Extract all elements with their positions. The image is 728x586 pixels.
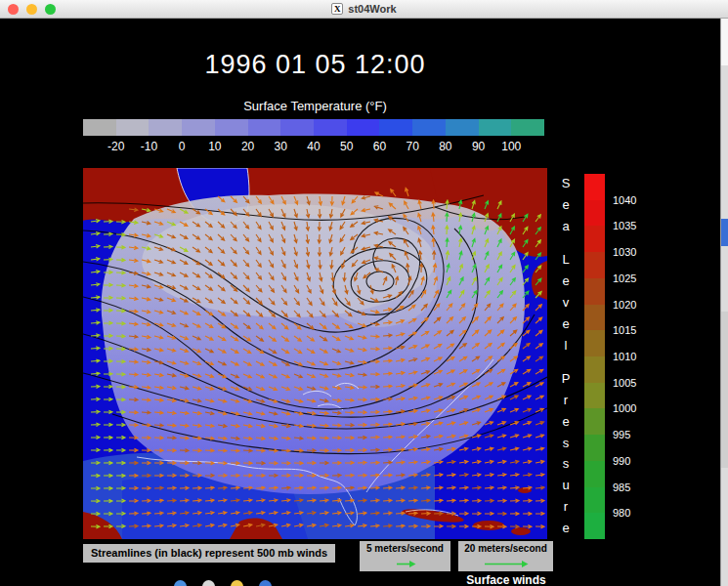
- slp-title-letter: v: [563, 295, 570, 310]
- wind-legend-5ms-label: 5 meters/second: [366, 543, 444, 554]
- window-title-text: st04Work: [348, 3, 396, 15]
- temp-legend-title: Surface Temperature (°F): [83, 99, 547, 113]
- app-content: 1996 01 05 12:00 Surface Temperature (°F…: [0, 19, 728, 586]
- slp-title-letter: S: [562, 176, 571, 190]
- pressure-tick-label: 985: [613, 481, 630, 493]
- pressure-tick-label: 1010: [613, 351, 636, 362]
- pressure-color-segment: [584, 383, 605, 409]
- temp-color-segment: [379, 119, 412, 136]
- temp-tick-label: 20: [241, 140, 254, 153]
- close-button[interactable]: [8, 4, 19, 15]
- temp-color-segment: [83, 119, 116, 136]
- slp-title-letter: e: [562, 414, 569, 429]
- temp-color-segment: [511, 119, 544, 136]
- window-title: X st04Work: [331, 3, 396, 15]
- pressure-color-segment: [584, 278, 605, 305]
- temp-tick-label: 80: [439, 140, 451, 153]
- pressure-color-segment: [584, 226, 605, 252]
- pressure-tick-label: 1000: [613, 402, 636, 414]
- temp-colorbar-labels: -20-100102030405060708090100: [83, 140, 544, 154]
- background-window-blue-block: [721, 219, 728, 246]
- pressure-tick-label: 1035: [613, 220, 636, 231]
- window-titlebar[interactable]: X st04Work: [0, 0, 728, 19]
- wind-arrow-5ms-icon: [386, 560, 425, 568]
- pressure-tick-label: 1040: [613, 194, 636, 206]
- temp-tick-label: 70: [406, 140, 418, 153]
- wind-legend-5ms: 5 meters/second: [360, 541, 450, 571]
- slp-title-letter: L: [562, 252, 569, 267]
- minimize-button[interactable]: [26, 4, 37, 15]
- pressure-tick-label: 1015: [613, 324, 636, 336]
- pressure-colorbar: [584, 174, 605, 539]
- dock-icons-peek: [174, 580, 272, 586]
- temp-color-segment: [248, 119, 281, 136]
- background-window-top: [721, 19, 728, 65]
- pressure-tick-label: 1005: [613, 377, 636, 389]
- pressure-tick-label: 990: [613, 455, 630, 467]
- temp-color-segment: [412, 119, 446, 136]
- pressure-tick-label: 1025: [613, 272, 636, 284]
- streamlines-caption: Streamlines (in black) represent 500 mb …: [83, 544, 335, 563]
- pressure-color-segment: [584, 435, 605, 461]
- dock-icon[interactable]: [259, 580, 272, 586]
- pressure-colorbar-labels: 1040103510301025102010151010100510009959…: [613, 174, 652, 539]
- screen: X st04Work 1996 01 05 12:00 Surface Temp…: [0, 0, 728, 586]
- temp-color-segment: [215, 119, 248, 136]
- background-window-mid-block: [721, 312, 728, 468]
- temp-color-segment: [479, 119, 512, 136]
- temp-color-segment: [446, 119, 479, 136]
- temp-tick-label: -20: [107, 140, 124, 153]
- pressure-color-segment: [584, 461, 605, 487]
- pressure-tick-label: 1030: [613, 246, 636, 258]
- temp-color-segment: [314, 119, 347, 136]
- temp-tick-label: 100: [501, 140, 521, 153]
- pressure-color-segment: [584, 252, 605, 278]
- temp-tick-label: -10: [141, 140, 157, 153]
- wind-legend-20ms-label: 20 meters/second: [464, 543, 547, 554]
- dock-icon[interactable]: [174, 580, 187, 586]
- pressure-color-segment: [584, 174, 605, 200]
- pressure-color-segment: [584, 408, 605, 435]
- temp-tick-label: 30: [275, 140, 287, 153]
- slp-title-letter: e: [562, 197, 569, 212]
- temp-tick-label: 50: [340, 140, 353, 153]
- map-svg: [83, 168, 547, 539]
- slp-title-letter: P: [562, 371, 571, 386]
- wind-legend-20ms: 20 meters/second: [458, 541, 553, 571]
- x11-icon: X: [331, 3, 343, 15]
- slp-title-letter: e: [562, 521, 569, 535]
- traffic-lights: [8, 4, 56, 15]
- slp-title-letter: a: [562, 219, 569, 233]
- pressure-color-segment: [584, 305, 605, 331]
- slp-title-vertical: SeaLevelPressure: [557, 176, 575, 535]
- slp-title-letter: e: [562, 316, 569, 331]
- dock-icon[interactable]: [231, 580, 243, 586]
- temp-tick-label: 90: [472, 140, 485, 153]
- slp-title-letter: u: [562, 478, 569, 492]
- slp-title-letter: r: [564, 393, 568, 407]
- slp-title-letter: r: [564, 499, 568, 514]
- slp-title-letter: e: [562, 273, 569, 288]
- temp-color-segment: [149, 119, 182, 136]
- zoom-button[interactable]: [45, 4, 56, 15]
- temp-color-segment: [347, 119, 380, 136]
- pressure-tick-label: 1020: [613, 299, 636, 311]
- dock-icon[interactable]: [202, 580, 215, 586]
- pressure-tick-label: 980: [613, 507, 630, 519]
- datetime-title: 1996 01 05 12:00: [83, 50, 547, 80]
- temp-color-segment: [116, 119, 150, 136]
- slp-title-letter: l: [565, 338, 568, 353]
- slp-title-letter: s: [563, 436, 570, 450]
- surface-winds-label: Surface winds: [433, 573, 579, 586]
- background-window-sliver[interactable]: [720, 19, 728, 586]
- pressure-color-segment: [584, 487, 605, 514]
- temp-tick-label: 60: [373, 140, 386, 153]
- slp-title-letter: s: [563, 456, 570, 471]
- wind-arrow-20ms-icon: [481, 560, 532, 568]
- pressure-color-segment: [584, 200, 605, 227]
- temp-color-segment: [280, 119, 314, 136]
- pressure-color-segment: [584, 330, 605, 356]
- temp-colorbar: [83, 119, 544, 136]
- temp-tick-label: 40: [307, 140, 320, 153]
- pressure-color-segment: [584, 513, 605, 539]
